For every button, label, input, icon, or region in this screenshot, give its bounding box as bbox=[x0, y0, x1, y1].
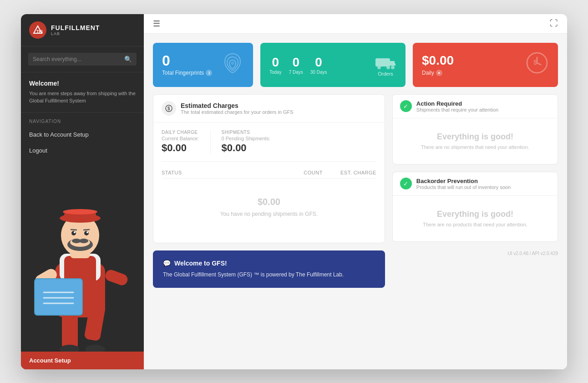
sidebar-logo: TFL FULFILLMENT lab bbox=[21, 14, 144, 46]
fingerprints-count: 0 bbox=[162, 53, 212, 68]
shipments-empty-state: $0.00 You have no pending shipments in G… bbox=[162, 179, 376, 235]
svg-point-23 bbox=[79, 239, 88, 243]
svg-rect-25 bbox=[104, 268, 129, 287]
col-charge: Est. Charge bbox=[323, 170, 376, 175]
charges-icon: $ bbox=[162, 101, 176, 116]
daily-charge-item: DAILY CHARGE Current Balance: $0.00 bbox=[162, 130, 199, 154]
estimated-charges-sub: The total estimated charges for your ord… bbox=[181, 109, 294, 115]
fingerprints-label: Total Fingerprints ℹ bbox=[162, 70, 212, 76]
daily-icon: $ bbox=[525, 51, 549, 79]
estimated-charges-title-area: Estimated Charges The total estimated ch… bbox=[181, 102, 294, 115]
action-title: Action Required bbox=[416, 100, 498, 107]
shipments-charge-item: SHIPMENTS 0 Pending Shipments: $0.00 bbox=[222, 130, 271, 154]
svg-point-31 bbox=[232, 62, 233, 64]
orders-numbers: 0 Today 0 7 Days 0 30 Days bbox=[269, 55, 327, 75]
nav-label: Navigation bbox=[21, 112, 144, 127]
brand-name: FULFILLMENT bbox=[51, 24, 100, 31]
svg-text:TFL: TFL bbox=[36, 29, 43, 34]
search-input[interactable] bbox=[33, 56, 121, 62]
svg-rect-2 bbox=[62, 313, 78, 349]
fingerprints-info: 0 Total Fingerprints ℹ bbox=[162, 53, 212, 76]
table-header: Status Count Est. Charge bbox=[162, 167, 376, 179]
welcome-text: You are mere steps away from shipping wi… bbox=[29, 90, 136, 105]
estimated-charges-title: Estimated Charges bbox=[181, 102, 294, 109]
fingerprints-info-icon: ℹ bbox=[206, 70, 212, 76]
svg-text:$: $ bbox=[533, 59, 537, 66]
svg-line-19 bbox=[84, 230, 89, 230]
action-good-title: Everything is good! bbox=[437, 132, 513, 142]
orders-card: 0 Today 0 7 Days 0 30 Days bbox=[260, 43, 406, 87]
orders-7days: 0 7 Days bbox=[289, 55, 303, 75]
sidebar: TFL FULFILLMENT lab 🔍 Welcome! You are m… bbox=[21, 14, 144, 369]
action-sub: Shipments that require your attention bbox=[416, 107, 498, 112]
fingerprints-card: 0 Total Fingerprints ℹ bbox=[153, 43, 253, 87]
main-content: ☰ ⛶ 0 Total Fingerprints ℹ bbox=[144, 14, 567, 369]
orders-icon-area: Orders bbox=[375, 53, 396, 77]
orders-today: 0 Today bbox=[269, 55, 282, 75]
character-illustration bbox=[21, 181, 139, 356]
daily-card: $0.00 Daily ● $ bbox=[413, 43, 558, 87]
backorder-prevention-card: ✓ Backorder Prevention Products that wil… bbox=[392, 172, 558, 242]
svg-point-33 bbox=[377, 66, 381, 69]
orders-30days: 0 30 Days bbox=[310, 55, 327, 75]
stats-row: 0 Total Fingerprints ℹ bbox=[153, 43, 558, 87]
panel-right: ✓ Action Required Shipments that require… bbox=[392, 94, 558, 360]
current-balance: $0.00 bbox=[162, 142, 199, 154]
welcome-banner-text: The Global Fulfillment System (GFS) ™ is… bbox=[163, 271, 375, 279]
svg-line-18 bbox=[71, 230, 76, 230]
topbar: ☰ ⛶ bbox=[144, 14, 567, 34]
backorder-sub: Products that will run out of inventory … bbox=[416, 184, 511, 190]
empty-text: You have no pending shipments in GFS. bbox=[220, 211, 318, 217]
search-icon: 🔍 bbox=[124, 56, 132, 63]
svg-rect-26 bbox=[35, 279, 82, 315]
welcome-title: Welcome! bbox=[29, 80, 136, 87]
action-required-header: ✓ Action Required Shipments that require… bbox=[393, 95, 558, 118]
backorder-good-sub: There are no products that need your att… bbox=[423, 222, 527, 227]
action-title-area: Action Required Shipments that require y… bbox=[416, 100, 498, 112]
welcome-banner: 💬 Welcome to GFS! The Global Fulfillment… bbox=[153, 250, 385, 288]
expand-icon[interactable]: ⛶ bbox=[550, 19, 558, 28]
backorder-check-icon: ✓ bbox=[400, 178, 412, 189]
orders-label: Orders bbox=[378, 71, 393, 77]
backorder-good-title: Everything is good! bbox=[437, 209, 513, 219]
welcome-banner-title: 💬 Welcome to GFS! bbox=[163, 260, 375, 267]
logo-icon: TFL bbox=[29, 21, 46, 39]
col-status: Status bbox=[162, 170, 269, 175]
sidebar-welcome: Welcome! You are mere steps away from sh… bbox=[21, 72, 144, 112]
svg-point-17 bbox=[86, 231, 88, 233]
svg-point-34 bbox=[386, 66, 390, 69]
estimated-charges-header: $ Estimated Charges The total estimated … bbox=[153, 95, 385, 123]
content-area: 0 Total Fingerprints ℹ bbox=[144, 34, 567, 369]
daily-amount: $0.00 bbox=[422, 53, 454, 68]
svg-point-16 bbox=[74, 231, 76, 233]
daily-info-icon: ● bbox=[436, 70, 442, 76]
sidebar-item-logout[interactable]: Logout bbox=[21, 143, 144, 158]
empty-amount: $0.00 bbox=[258, 197, 280, 207]
backorder-title-area: Backorder Prevention Products that will … bbox=[416, 178, 511, 190]
daily-info: $0.00 Daily ● bbox=[422, 53, 454, 76]
account-setup-label: Account Setup bbox=[29, 357, 71, 364]
svg-point-13 bbox=[63, 209, 97, 214]
backorder-header: ✓ Backorder Prevention Products that wil… bbox=[393, 172, 558, 196]
account-setup-bar[interactable]: Account Setup bbox=[21, 352, 144, 369]
col-count: Count bbox=[269, 170, 323, 175]
panels-row: $ Estimated Charges The total estimated … bbox=[153, 94, 558, 360]
svg-rect-32 bbox=[375, 58, 390, 66]
action-check-icon: ✓ bbox=[400, 100, 412, 112]
pending-shipments-amount: $0.00 bbox=[222, 142, 271, 154]
svg-point-14 bbox=[71, 231, 76, 235]
sidebar-item-back-to-account-setup[interactable]: Back to Account Setup bbox=[21, 127, 144, 143]
hamburger-menu[interactable]: ☰ bbox=[153, 19, 160, 29]
estimated-charges-card: $ Estimated Charges The total estimated … bbox=[153, 94, 385, 243]
backorder-title: Backorder Prevention bbox=[416, 178, 511, 184]
svg-point-15 bbox=[84, 231, 89, 235]
brand-sub: lab bbox=[51, 31, 100, 36]
panel-left: $ Estimated Charges The total estimated … bbox=[153, 94, 385, 360]
action-body: Everything is good! There are no shipmen… bbox=[393, 118, 558, 164]
version-info: UI v2.0.48 / API v2.0.429 bbox=[392, 249, 558, 258]
backorder-body: Everything is good! There are no product… bbox=[393, 196, 558, 241]
daily-label: Daily ● bbox=[422, 70, 454, 76]
sidebar-search-area: 🔍 bbox=[21, 46, 144, 72]
logo-text: FULFILLMENT lab bbox=[51, 24, 100, 36]
fingerprints-icon bbox=[221, 51, 244, 78]
